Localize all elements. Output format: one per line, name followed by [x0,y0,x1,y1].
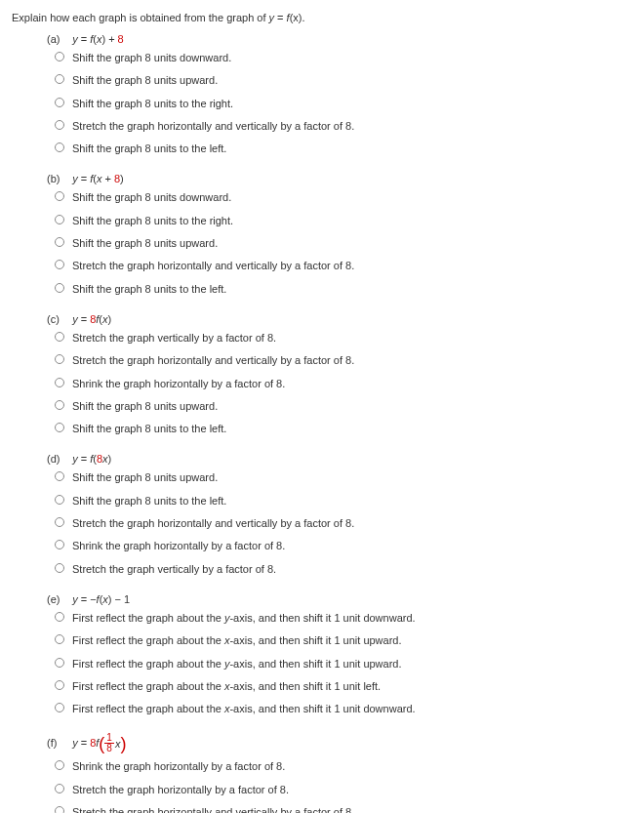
option[interactable]: Shift the graph 8 units upward. [55,470,632,484]
option-text: Shift the graph 8 units to the left. [72,282,226,296]
option[interactable]: Shift the graph 8 units to the right. [55,214,632,227]
option[interactable]: Shrink the graph horizontally by a facto… [55,539,632,552]
radio-icon[interactable] [55,378,64,387]
radio-icon[interactable] [55,354,64,364]
radio-icon[interactable] [55,680,64,690]
option-text: Shift the graph 8 units to the left. [72,494,226,508]
radio-icon[interactable] [55,142,64,152]
question-header: (b) y = f(x + 8) [47,173,632,184]
option-text: Shift the graph 8 units downward. [72,190,231,204]
option[interactable]: First reflect the graph about the x-axis… [55,633,632,647]
question-b: (b) y = f(x + 8)Shift the graph 8 units … [47,173,632,295]
radio-icon[interactable] [55,471,64,481]
radio-icon[interactable] [55,563,64,573]
question-label: (d) [47,453,66,465]
question-header: (f) y = 8f(18x) [47,733,632,753]
radio-icon[interactable] [55,120,64,130]
option[interactable]: Shift the graph 8 units downward. [55,51,632,64]
option-text: First reflect the graph about the x-axis… [72,702,416,715]
option-text: Shift the graph 8 units upward. [72,470,218,484]
radio-icon[interactable] [55,703,64,712]
question-label: (e) [47,593,66,605]
radio-icon[interactable] [55,612,64,622]
option[interactable]: First reflect the graph about the y-axis… [55,611,632,625]
option[interactable]: Shift the graph 8 units downward. [55,190,632,204]
radio-icon[interactable] [55,260,64,269]
option[interactable]: Shift the graph 8 units to the right. [55,97,632,110]
option[interactable]: Stretch the graph vertically by a factor… [55,562,632,576]
radio-icon[interactable] [55,423,64,432]
option[interactable]: First reflect the graph about the y-axis… [55,657,632,671]
option[interactable]: Stretch the graph horizontally and verti… [55,259,632,272]
question-equation: y = −f(x) − 1 [66,593,130,605]
option-text: Shift the graph 8 units upward. [72,73,218,87]
option-text: First reflect the graph about the x-axis… [72,633,402,647]
question-a: (a) y = f(x) + 8Shift the graph 8 units … [47,33,632,155]
question-e: (e) y = −f(x) − 1First reflect the graph… [47,593,632,715]
radio-icon[interactable] [55,634,64,644]
option[interactable]: Shift the graph 8 units upward. [55,73,632,87]
radio-icon[interactable] [55,760,64,770]
option[interactable]: Shift the graph 8 units upward. [55,236,632,250]
option[interactable]: Shift the graph 8 units upward. [55,399,632,413]
radio-icon[interactable] [55,332,64,342]
question-equation: y = f(x) + 8 [66,33,124,45]
option[interactable]: Stretch the graph horizontally and verti… [55,353,632,367]
option[interactable]: First reflect the graph about the x-axis… [55,702,632,715]
question-equation: y = f(8x) [66,453,111,465]
option-text: Stretch the graph horizontally and verti… [72,119,354,133]
option[interactable]: Stretch the graph horizontally and verti… [55,805,632,813]
question-label: (f) [47,737,66,749]
radio-icon[interactable] [55,52,64,61]
option[interactable]: Shift the graph 8 units to the left. [55,142,632,155]
option-text: Stretch the graph vertically by a factor… [72,562,276,576]
question-f: (f) y = 8f(18x)Shrink the graph horizont… [47,733,632,813]
radio-icon[interactable] [55,517,64,527]
radio-icon[interactable] [55,215,64,224]
option[interactable]: Stretch the graph horizontally and verti… [55,516,632,530]
question-equation: y = f(x + 8) [66,173,124,184]
option-text: Stretch the graph vertically by a factor… [72,331,276,345]
option-text: Shrink the graph horizontally by a facto… [72,377,285,390]
option[interactable]: Shift the graph 8 units to the left. [55,422,632,435]
option[interactable]: Shrink the graph horizontally by a facto… [55,759,632,773]
question-equation: y = 8f(x) [66,313,111,325]
radio-icon[interactable] [55,283,64,293]
radio-icon[interactable] [55,98,64,107]
option-text: Shrink the graph horizontally by a facto… [72,539,285,552]
radio-icon[interactable] [55,540,64,549]
radio-icon[interactable] [55,400,64,410]
option-text: Stretch the graph horizontally and verti… [72,516,354,530]
option[interactable]: Shrink the graph horizontally by a facto… [55,377,632,390]
radio-icon[interactable] [55,191,64,201]
radio-icon[interactable] [55,237,64,247]
option[interactable]: Stretch the graph horizontally and verti… [55,119,632,133]
option-text: First reflect the graph about the y-axis… [72,611,416,625]
option-text: Stretch the graph horizontally and verti… [72,353,354,367]
question-label: (b) [47,173,66,184]
option[interactable]: Stretch the graph horizontally by a fact… [55,783,632,796]
radio-icon[interactable] [55,495,64,505]
option-text: Shift the graph 8 units to the left. [72,142,226,155]
radio-icon[interactable] [55,784,64,793]
option-text: Shift the graph 8 units upward. [72,236,218,250]
option-text: Shrink the graph horizontally by a facto… [72,759,285,773]
radio-icon[interactable] [55,806,64,813]
option-text: Shift the graph 8 units upward. [72,399,218,413]
question-label: (c) [47,313,66,325]
question-header: (d) y = f(8x) [47,453,632,465]
radio-icon[interactable] [55,658,64,668]
option[interactable]: First reflect the graph about the x-axis… [55,679,632,693]
option-text: Shift the graph 8 units to the right. [72,97,233,110]
option-text: Stretch the graph horizontally by a fact… [72,783,289,796]
option-text: First reflect the graph about the y-axis… [72,657,402,671]
question-d: (d) y = f(8x)Shift the graph 8 units upw… [47,453,632,575]
option[interactable]: Shift the graph 8 units to the left. [55,282,632,296]
question-header: (a) y = f(x) + 8 [47,33,632,45]
option[interactable]: Stretch the graph vertically by a factor… [55,331,632,345]
option-text: First reflect the graph about the x-axis… [72,679,381,693]
radio-icon[interactable] [55,74,64,84]
question-c: (c) y = 8f(x)Stretch the graph verticall… [47,313,632,435]
option[interactable]: Shift the graph 8 units to the left. [55,494,632,508]
option-text: Stretch the graph horizontally and verti… [72,259,354,272]
